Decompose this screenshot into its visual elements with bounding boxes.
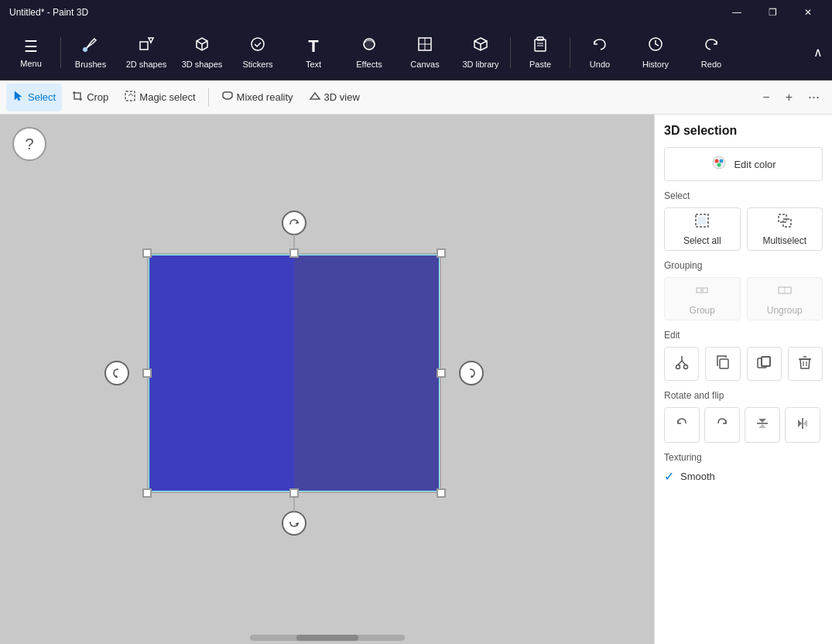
text-icon: T xyxy=(308,36,318,57)
canvas-scrollbar[interactable] xyxy=(0,632,654,644)
svg-point-16 xyxy=(715,159,719,163)
edit-actions-group xyxy=(664,347,823,381)
ungroup-button[interactable]: Ungroup xyxy=(747,277,823,320)
cut-button[interactable] xyxy=(664,347,699,381)
handle-right[interactable] xyxy=(437,368,446,378)
toolbar-3d-shapes-label: 3D shapes xyxy=(182,60,223,69)
svg-rect-20 xyxy=(698,217,706,224)
magic-select-icon xyxy=(124,90,136,105)
close-button[interactable]: ✕ xyxy=(790,0,826,25)
toolbar-3d-library-label: 3D library xyxy=(462,60,498,69)
toolbar-2d-shapes[interactable]: 2D shapes xyxy=(118,28,174,77)
toolbar-brushes[interactable]: Brushes xyxy=(63,28,118,77)
rotate-handle-top[interactable] xyxy=(282,211,306,235)
toolbar-3d-library[interactable]: 3D library xyxy=(453,28,508,77)
handle-bottom-right[interactable] xyxy=(437,488,446,498)
duplicate-icon xyxy=(756,355,772,373)
more-button[interactable]: ··· xyxy=(802,86,826,108)
flip-vertical-button[interactable] xyxy=(745,407,780,443)
select-all-button[interactable]: Select all xyxy=(664,207,741,251)
help-button[interactable]: ? xyxy=(12,127,46,161)
group-icon xyxy=(694,283,710,302)
edit-color-label: Edit color xyxy=(734,159,776,170)
3d-view-button[interactable]: 3D view xyxy=(303,84,366,111)
toolbar-undo[interactable]: Undo xyxy=(572,28,628,77)
toolbar-paste-label: Paste xyxy=(529,60,551,69)
handle-left[interactable] xyxy=(142,368,152,378)
toolbar-effects[interactable]: Effects xyxy=(341,28,397,77)
rotate-flip-section-title: Rotate and flip xyxy=(664,390,823,401)
handle-top-left[interactable] xyxy=(142,248,152,258)
toolbar-paste[interactable]: Paste xyxy=(512,28,568,77)
multiselect-label: Multiselect xyxy=(762,235,806,246)
rotate-handle-bottom[interactable] xyxy=(282,511,306,536)
smooth-row: ✓ Smooth xyxy=(664,469,823,484)
toolbar-3d-shapes[interactable]: 3D shapes xyxy=(174,28,230,77)
scrollbar-thumb[interactable] xyxy=(296,635,358,641)
effects-icon xyxy=(361,36,378,57)
3d-library-icon xyxy=(472,36,489,57)
2d-shapes-icon xyxy=(138,36,155,57)
main-toolbar: ☰ Menu Brushes 2D shapes xyxy=(0,25,832,80)
window-controls: — ❐ ✕ xyxy=(719,0,826,25)
svg-point-18 xyxy=(717,163,721,166)
zoom-in-button[interactable]: + xyxy=(779,87,799,108)
crop-icon xyxy=(71,90,84,105)
multiselect-icon xyxy=(777,213,793,232)
toolbar-sep-2 xyxy=(510,37,511,68)
toolbar-canvas[interactable]: Canvas xyxy=(397,28,453,77)
select-button[interactable]: Select xyxy=(6,84,62,111)
minimize-button[interactable]: — xyxy=(719,0,755,25)
zoom-controls: − + ··· xyxy=(756,86,826,108)
menu-icon: ☰ xyxy=(24,37,38,56)
handle-top[interactable] xyxy=(289,248,299,258)
flip-horizontal-icon xyxy=(795,416,810,434)
toolbar-collapse[interactable]: ∧ xyxy=(807,39,829,66)
toolbar-effects-label: Effects xyxy=(356,60,382,69)
svg-rect-23 xyxy=(697,288,701,293)
group-button[interactable]: Group xyxy=(664,277,741,320)
3d-view-icon xyxy=(309,90,321,105)
delete-button[interactable] xyxy=(788,347,823,381)
multiselect-button[interactable]: Multiselect xyxy=(747,207,823,251)
mixed-reality-button[interactable]: Mixed reality xyxy=(215,84,300,111)
handle-top-right[interactable] xyxy=(437,248,446,258)
copy-button[interactable] xyxy=(705,347,740,381)
select-all-label: Select all xyxy=(683,235,721,246)
canvas-area[interactable]: ? xyxy=(0,115,654,644)
rotate-right-icon xyxy=(714,416,730,434)
svg-point-3 xyxy=(252,38,264,50)
panel-title: 3D selection xyxy=(664,124,823,138)
svg-rect-1 xyxy=(140,42,148,50)
zoom-out-button[interactable]: − xyxy=(756,87,776,108)
3d-object[interactable] xyxy=(147,253,441,493)
toolbar-history-label: History xyxy=(642,60,669,69)
edit-color-button[interactable]: Edit color xyxy=(664,147,823,181)
toolbar-menu[interactable]: ☰ Menu xyxy=(3,28,59,77)
grouping-section-title: Grouping xyxy=(664,260,823,271)
toolbar-redo[interactable]: Redo xyxy=(683,28,739,77)
svg-point-28 xyxy=(683,365,687,369)
toolbar-stickers[interactable]: Stickers xyxy=(230,28,286,77)
magic-select-button[interactable]: Magic select xyxy=(118,84,201,111)
flip-horizontal-button[interactable] xyxy=(785,407,820,443)
rotate-handle-left[interactable] xyxy=(104,361,129,385)
svg-rect-21 xyxy=(779,214,786,222)
select-buttons-group: Select all Multiselect xyxy=(664,207,823,251)
maximize-button[interactable]: ❐ xyxy=(755,0,790,25)
rotate-left-button[interactable] xyxy=(664,407,700,443)
handle-bottom[interactable] xyxy=(289,488,299,498)
duplicate-button[interactable] xyxy=(747,347,782,381)
selection-box[interactable] xyxy=(147,253,441,493)
right-panel: 3D selection Edit color Select xyxy=(654,115,832,644)
handle-bottom-left[interactable] xyxy=(142,488,152,498)
toolbar-text[interactable]: T Text xyxy=(286,28,341,77)
toolbar-history[interactable]: History xyxy=(628,28,683,77)
history-icon xyxy=(647,36,664,57)
mixed-reality-label: Mixed reality xyxy=(237,91,293,103)
rotate-handle-right[interactable] xyxy=(459,361,484,385)
crop-button[interactable]: Crop xyxy=(65,84,115,111)
ungroup-label: Ungroup xyxy=(767,305,803,316)
rotate-right-button[interactable] xyxy=(704,407,740,443)
toolbar-menu-label: Menu xyxy=(20,59,42,68)
